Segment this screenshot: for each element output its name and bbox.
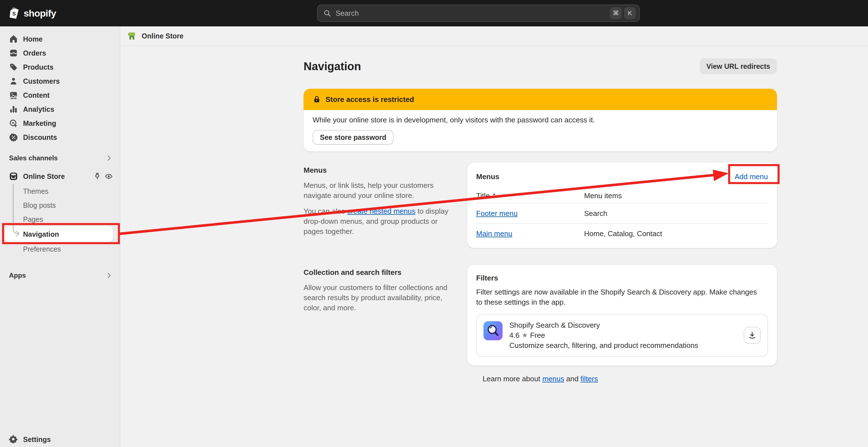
storefront-icon: [127, 31, 136, 41]
store-access-banner: Store access is restricted While your on…: [304, 89, 777, 151]
menu-items-cell: Search: [584, 209, 768, 218]
filters-card-title: Filters: [476, 274, 768, 282]
sidebar-item-marketing[interactable]: Marketing: [0, 116, 120, 130]
orders-icon: [9, 48, 18, 58]
logo-wordmark: shopify: [24, 8, 56, 19]
sidebar-item-orders[interactable]: Orders: [0, 46, 120, 60]
sidebar-item-themes[interactable]: Themes: [0, 184, 120, 198]
eye-icon[interactable]: [104, 172, 113, 180]
menu-link-main[interactable]: Main menu: [476, 230, 513, 238]
sidebar-item-label: Analytics: [23, 105, 54, 113]
shopify-logo[interactable]: S shopify: [0, 7, 56, 20]
description2-before: You can also: [304, 207, 347, 215]
command-key: ⌘: [610, 7, 622, 19]
main-area: Online Store Navigation View URL redirec…: [120, 26, 868, 447]
filters-help-link[interactable]: filters: [581, 375, 598, 383]
menus-help-link[interactable]: menus: [542, 375, 564, 383]
table-row[interactable]: Main menu Home, Catalog, Contact: [476, 223, 768, 243]
pin-icon[interactable]: [93, 172, 101, 180]
home-icon: [9, 35, 18, 43]
target-cursor-icon: [9, 119, 18, 128]
app-rating-value: 4.6: [509, 330, 520, 340]
sidebar-item-online-store[interactable]: Online Store: [0, 169, 120, 184]
sidebar-item-content[interactable]: Content: [0, 88, 120, 102]
breadcrumb-label[interactable]: Online Store: [142, 32, 184, 40]
sidebar-item-settings[interactable]: Settings: [0, 433, 120, 446]
sidebar-item-label: Products: [23, 63, 53, 71]
column-header-title[interactable]: Title: [476, 192, 490, 200]
shopify-bag-icon: S: [9, 7, 21, 20]
banner-title: Store access is restricted: [326, 95, 414, 104]
sidebar-section-sales-channels[interactable]: Sales channels: [0, 151, 120, 165]
sidebar-item-preferences[interactable]: Preferences: [0, 242, 120, 256]
filters-section-heading: Collection and search filters: [304, 268, 454, 277]
add-menu-button[interactable]: Add menu: [735, 172, 768, 181]
sub-item-label: Preferences: [23, 245, 61, 253]
view-url-redirects-button[interactable]: View URL redirects: [700, 59, 777, 74]
sidebar-item-discounts[interactable]: Discounts: [0, 130, 120, 144]
sales-channels-label: Sales channels: [9, 154, 58, 162]
chevron-right-icon: [105, 272, 113, 279]
sidebar-item-label: Marketing: [23, 119, 56, 128]
chevron-right-icon: [105, 154, 113, 162]
search-discovery-app-icon: [484, 321, 503, 340]
menus-section-description2: You can also create nested menus to disp…: [304, 206, 454, 236]
menus-table: Title Menu items Footer menu Search: [476, 188, 768, 243]
menu-items-cell: Home, Catalog, Contact: [584, 230, 768, 238]
sort-carets-icon[interactable]: [492, 193, 496, 199]
app-description: Customize search, filtering, and product…: [509, 340, 737, 350]
footer-text: and: [564, 375, 581, 383]
topbar: S shopify Search ⌘ K: [0, 0, 868, 26]
menu-link-footer[interactable]: Footer menu: [476, 209, 518, 218]
sidebar-item-navigation[interactable]: Navigation: [5, 226, 113, 242]
table-header-row: Title Menu items: [476, 188, 768, 203]
person-icon: [9, 77, 18, 85]
settings-label: Settings: [23, 436, 51, 444]
sidebar-item-label: Customers: [23, 77, 60, 85]
sidebar-item-label: Online Store: [23, 172, 65, 180]
filters-card-description: Filter settings are now available in the…: [476, 287, 760, 307]
apps-label: Apps: [9, 272, 26, 279]
sidebar-item-blog-posts[interactable]: Blog posts: [0, 198, 120, 212]
sub-item-label: Navigation: [23, 230, 59, 238]
tag-icon: [9, 63, 18, 72]
breadcrumb: Online Store: [120, 26, 868, 46]
sidebar-item-home[interactable]: Home: [0, 32, 120, 46]
gear-icon: [9, 435, 18, 444]
sidebar: Home Orders Products Customers: [0, 26, 120, 447]
sidebar-section-apps[interactable]: Apps: [0, 268, 120, 282]
app-rating-row: 4.6 ★ Free: [509, 330, 737, 340]
lock-icon: [313, 95, 321, 104]
see-store-password-button[interactable]: See store password: [313, 130, 394, 145]
column-header-menu-items: Menu items: [584, 192, 768, 200]
sidebar-item-label: Discounts: [23, 133, 57, 141]
keyboard-shortcut: ⌘ K: [610, 7, 636, 19]
sidebar-item-analytics[interactable]: Analytics: [0, 102, 120, 116]
menus-section-heading: Menus: [304, 166, 454, 175]
menus-section: Menus Menus, or link lists, help your cu…: [304, 163, 777, 248]
sidebar-item-label: Content: [23, 91, 50, 99]
create-nested-menus-link[interactable]: create nested menus: [347, 207, 415, 215]
page-title: Navigation: [304, 60, 361, 73]
filters-section: Collection and search filters Allow your…: [304, 265, 777, 366]
shopify-admin: S shopify Search ⌘ K: [0, 0, 868, 447]
search-input[interactable]: Search ⌘ K: [317, 4, 640, 22]
svg-text:S: S: [12, 11, 16, 16]
app-name[interactable]: Shopify Search & Discovery: [509, 320, 737, 330]
discount-badge-icon: [9, 133, 18, 142]
sub-item-label: Pages: [23, 215, 43, 224]
install-app-button[interactable]: [744, 327, 761, 344]
sidebar-item-products[interactable]: Products: [0, 60, 120, 74]
sidebar-item-pages[interactable]: Pages: [0, 212, 120, 226]
menus-section-description: Menus, or link lists, help your customer…: [304, 180, 454, 201]
footer-text: Learn more about: [483, 375, 542, 383]
banner-header: Store access is restricted: [304, 89, 777, 110]
sidebar-item-customers[interactable]: Customers: [0, 74, 120, 88]
menus-card: Menus Add menu Title: [467, 163, 777, 248]
learn-more-footer: Learn more about menus and filters: [304, 375, 777, 383]
filters-card: Filters Filter settings are now availabl…: [467, 265, 777, 366]
bar-chart-icon: [9, 105, 18, 114]
search-icon: [323, 9, 331, 17]
table-row[interactable]: Footer menu Search: [476, 203, 768, 223]
sub-item-label: Blog posts: [23, 201, 56, 209]
